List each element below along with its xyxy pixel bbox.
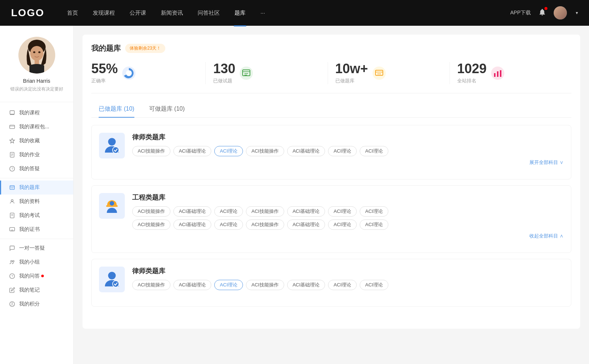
sidebar-label-one-on-one: 一对一答疑 [19,245,45,251]
sidebar-item-qa[interactable]: ? 我的答疑 [0,162,73,176]
bank-tag-1-0[interactable]: ACI技能操作 [132,146,170,156]
bank-expand-1[interactable]: 展开全部科目 ∨ [529,159,564,166]
app-download-button[interactable]: APP下载 [510,10,531,16]
one-on-one-icon [9,245,15,251]
stat-done-questions-value: 130 [213,62,235,75]
stat-accuracy-label: 正确率 [91,78,118,84]
sidebar-divider-2 [0,178,73,178]
bank-tag-1-3[interactable]: ACI技能操作 [246,146,284,156]
data-icon [9,198,15,205]
bank-tag-3-2[interactable]: ACI理论 [214,280,243,290]
bank-tag-2-4[interactable]: ACI基础理论 [287,206,325,217]
sidebar-item-course-pack[interactable]: 我的课程包... [0,120,73,134]
svg-point-51 [113,281,119,287]
bank-tags-2-row2: ACI技能操作 ACI基础理论 ACI理论 ACI技能操作 ACI基础理论 AC… [132,220,564,230]
cert-icon [9,226,15,233]
sidebar-item-one-on-one[interactable]: 一对一答疑 [0,241,73,255]
nav-qa[interactable]: 问答社区 [197,8,221,18]
sidebar-item-homework[interactable]: 我的作业 [0,148,73,162]
profile-avatar [18,37,55,74]
bank-name-1: 律师类题库 [132,133,564,142]
bank-details-3: 律师类题库 ACI技能操作 ACI基础理论 ACI理论 ACI技能操作 ACI基… [132,267,564,293]
bank-tag-1-6[interactable]: ACI理论 [360,146,388,156]
tab-done-banks[interactable]: 已做题库 (10) [91,102,142,117]
sidebar-item-my-question[interactable]: ? 我的问答 [0,269,73,283]
bank-tag-2-6[interactable]: ACI理论 [360,206,388,217]
bank-section-2: 工程类题库 ACI技能操作 ACI基础理论 ACI理论 ACI技能操作 ACI基… [91,185,571,253]
sidebar-item-my-group[interactable]: 我的小组 [0,255,73,269]
svg-rect-26 [10,227,14,231]
sidebar-item-my-bank[interactable]: 我的题库 [0,181,73,195]
bank-tag-1-1[interactable]: ACI基础理论 [173,146,212,156]
nav-open-course[interactable]: 公开课 [129,8,147,18]
sidebar-item-my-data[interactable]: 我的资料 [0,195,73,208]
svg-point-46 [108,138,116,146]
nav-news[interactable]: 新闻资讯 [160,8,184,18]
bank-tag-1-2[interactable]: ACI理论 [214,146,243,156]
bank-tag-3-4[interactable]: ACI基础理论 [287,280,325,290]
bank-tag-2-3[interactable]: ACI技能操作 [246,206,284,217]
bank-tag-2-7[interactable]: ACI技能操作 [132,220,170,230]
svg-rect-8 [10,111,14,114]
sidebar-item-my-course[interactable]: 我的课程 [0,106,73,120]
tab-available-banks[interactable]: 可做题库 (10) [142,102,192,117]
bank-tag-2-9[interactable]: ACI理论 [214,220,243,230]
stat-ranking-label: 全站排名 [457,78,487,84]
bank-tag-1-4[interactable]: ACI基础理论 [287,146,325,156]
bank-tag-3-1[interactable]: ACI基础理论 [173,280,212,290]
sidebar-item-my-score[interactable]: 我的积分 [0,297,73,311]
bank-collapse-2[interactable]: 收起全部科目 ∧ [529,233,564,239]
svg-rect-19 [10,185,14,189]
bank-tag-3-5[interactable]: ACI理论 [328,280,357,290]
bank-section-3: 律师类题库 ACI技能操作 ACI基础理论 ACI理论 ACI技能操作 ACI基… [91,259,571,307]
user-avatar[interactable] [554,6,567,19]
svg-point-49 [110,201,114,206]
bank-tag-2-11[interactable]: ACI基础理论 [287,220,325,230]
svg-point-22 [11,199,13,201]
sidebar-item-my-cert[interactable]: 我的证书 [0,222,73,236]
bank-tag-2-0[interactable]: ACI技能操作 [132,206,170,217]
bank-tag-2-13[interactable]: ACI理论 [360,220,388,230]
bank-icon-engineer [99,193,125,219]
exam-icon [9,212,15,219]
notification-bell[interactable] [538,8,546,18]
bank-tag-2-10[interactable]: ACI技能操作 [246,220,284,230]
stat-accuracy-icon [122,67,135,80]
bank-tag-1-5[interactable]: ACI理论 [328,146,357,156]
user-dropdown-arrow[interactable]: ▾ [576,10,578,15]
page-title: 我的题库 [91,43,121,53]
svg-point-32 [10,301,14,306]
stat-accuracy-value: 55% [91,62,118,75]
sidebar-item-my-exam[interactable]: 我的考试 [0,208,73,222]
svg-point-47 [113,147,119,153]
bank-tag-2-5[interactable]: ACI理论 [328,206,357,217]
svg-rect-43 [494,73,495,77]
sidebar-item-my-note[interactable]: 我的笔记 [0,283,73,297]
bank-header-1: 律师类题库 ACI技能操作 ACI基础理论 ACI理论 ACI技能操作 ACI基… [99,133,564,166]
sidebar-divider-3 [0,239,73,239]
main-nav: 首页 发现课程 公开课 新闻资讯 问答社区 题库 ··· [66,8,510,18]
bank-name-2: 工程类题库 [132,193,564,202]
nav-bank[interactable]: 题库 [234,8,246,18]
stat-ranking-icon [491,67,504,80]
tabs-row: 已做题库 (10) 可做题库 (10) [91,102,571,118]
sidebar-menu: 我的课程 我的课程包... 我的收藏 我的作业 [0,106,73,311]
bank-tag-3-3[interactable]: ACI技能操作 [246,280,284,290]
stat-done-icon [240,67,253,80]
bank-tag-2-1[interactable]: ACI基础理论 [173,206,212,217]
nav-more[interactable]: ··· [260,8,266,18]
bank-tag-3-6[interactable]: ACI理论 [360,280,388,290]
nav-home[interactable]: 首页 [66,8,79,18]
sidebar-label-homework: 我的作业 [19,151,40,158]
sidebar-item-collect[interactable]: 我的收藏 [0,134,73,148]
header-right: APP下载 ▾ [510,6,578,19]
bank-tag-3-0[interactable]: ACI技能操作 [132,280,170,290]
bank-tag-2-12[interactable]: ACI理论 [328,220,357,230]
bank-tag-2-8[interactable]: ACI基础理论 [173,220,212,230]
sidebar-label-my-score: 我的积分 [19,301,40,307]
bank-tag-2-2[interactable]: ACI理论 [214,206,243,217]
svg-point-6 [33,51,35,53]
sidebar-label-my-group: 我的小组 [19,259,40,265]
sidebar-profile: Brian Harris 错误的决定比没有决定要好 [0,33,73,100]
nav-discover[interactable]: 发现课程 [92,8,116,18]
